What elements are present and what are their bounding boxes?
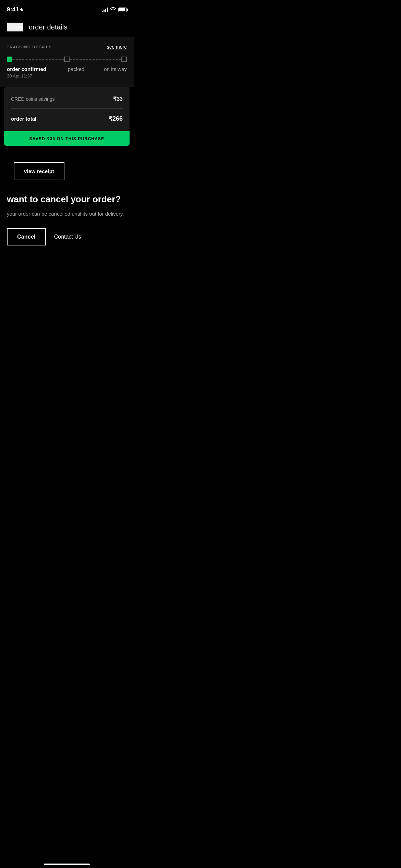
cancel-description: your order can be cancelled until its ou… (7, 210, 127, 218)
header: ←— order details (0, 17, 134, 37)
order-summary-card: CRED coins savings ₹33 order total ₹266 (4, 87, 130, 131)
svg-point-0 (113, 11, 114, 12)
order-total-row: order total ₹266 (11, 113, 123, 124)
page-title: order details (29, 23, 68, 31)
step-onway-name: on its way (99, 66, 127, 72)
step-dot-packed (64, 57, 70, 62)
step-line-1 (12, 59, 64, 60)
tracking-label: TRACKING DETAILS (7, 45, 52, 49)
cancel-actions: Cancel Contact Us (7, 228, 127, 245)
step-packed: packed (53, 66, 99, 72)
cancel-section: want to cancel your order? your order ca… (0, 180, 134, 256)
status-icons (102, 7, 127, 12)
step-packed-name: packed (53, 66, 99, 72)
status-time: 9:41 (7, 6, 19, 13)
back-arrow-icon: ←— (8, 23, 23, 31)
step-line-2 (70, 59, 121, 60)
see-more-link[interactable]: see more (107, 44, 127, 50)
view-receipt-button[interactable]: view receipt (14, 162, 64, 180)
savings-text: SAVED ₹33 ON THIS PURCHASE (29, 136, 104, 141)
step-confirmed-time: 30 Apr 11:37 (7, 73, 53, 79)
tracking-section: TRACKING DETAILS see more order confirme… (0, 37, 134, 87)
savings-banner: SAVED ₹33 ON THIS PURCHASE (4, 131, 130, 146)
summary-divider (11, 108, 123, 109)
battery-icon (118, 8, 127, 12)
progress-track (7, 57, 127, 62)
step-confirmed-name: order confirmed (7, 66, 53, 72)
view-receipt-container: view receipt (0, 154, 134, 180)
signal-icon (102, 7, 108, 12)
wifi-icon (110, 7, 116, 12)
step-labels: order confirmed 30 Apr 11:37 packed on i… (7, 66, 127, 79)
status-bar: 9:41 ▶ (0, 0, 134, 17)
cancel-title: want to cancel your order? (7, 194, 127, 205)
back-button[interactable]: ←— (7, 23, 23, 32)
order-total-label: order total (11, 116, 36, 122)
step-dot-onway (121, 57, 127, 62)
step-confirmed: order confirmed 30 Apr 11:37 (7, 66, 53, 79)
tracking-header: TRACKING DETAILS see more (7, 44, 127, 50)
cred-coins-value: ₹33 (113, 96, 123, 102)
location-arrow-icon: ▶ (19, 7, 25, 13)
cred-coins-row: CRED coins savings ₹33 (11, 94, 123, 104)
cancel-button[interactable]: Cancel (7, 228, 46, 245)
step-dot-confirmed (7, 57, 12, 62)
order-total-value: ₹266 (109, 115, 123, 122)
cred-coins-label: CRED coins savings (11, 96, 55, 102)
step-onway: on its way (99, 66, 127, 72)
contact-us-link[interactable]: Contact Us (54, 234, 81, 240)
